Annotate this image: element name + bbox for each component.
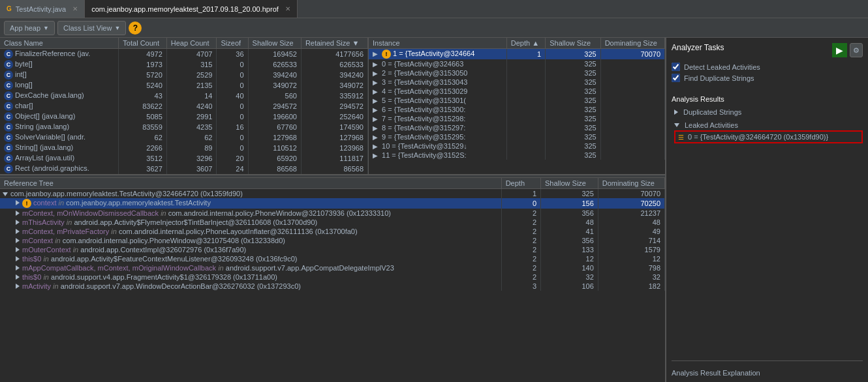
col-heap-count[interactable]: Heap Count — [166, 38, 217, 49]
instance-expand-icon: ▶ — [373, 125, 378, 132]
ref-dom: 21237 — [598, 209, 664, 218]
shallow-size: 294572 — [248, 101, 301, 111]
result-group-leaked-header[interactable]: Leaked Activities — [672, 120, 863, 130]
tab-java[interactable]: G TestActivity.java ✕ — [0, 0, 85, 18]
class-row[interactable]: CArrayList (java.util) 3512 3296 20 6592… — [0, 153, 368, 164]
tab-java-close[interactable]: ✕ — [72, 5, 78, 12]
col-retained-size[interactable]: Retained Size ▼ — [301, 38, 367, 49]
reference-tree[interactable]: Reference Tree Depth Shallow Size Domina… — [0, 178, 665, 382]
class-row[interactable]: Cchar[] 83622 4240 0 294572 294572 — [0, 101, 368, 111]
instance-row[interactable]: ▶ 6 = {TestActivity@315300: 325 — [369, 105, 665, 114]
ref-shallow: 356 — [541, 209, 598, 218]
class-row[interactable]: Cint[] 5720 2529 0 394240 394240 — [0, 70, 368, 80]
help-button[interactable]: ? — [129, 22, 142, 35]
ref-dom: 1579 — [598, 245, 664, 254]
ref-row[interactable]: mThisActivity in android.app.Activity$Fl… — [0, 218, 665, 227]
col-depth[interactable]: Depth ▲ — [506, 38, 545, 49]
ref-row[interactable]: mAppCompatCallback, mContext, mOriginalW… — [0, 263, 665, 272]
ref-class-ref: android.app.Activity$FlymeInjector$TintB… — [74, 218, 317, 226]
instance-row[interactable]: ▶ 10 = {TestActivity@31529↓ 325 — [369, 141, 665, 151]
ref-shallow: 41 — [541, 227, 598, 236]
run-analyzer-button[interactable]: ▶ — [832, 43, 847, 57]
class-row[interactable]: Cbyte[] 1973 315 0 626533 626533 — [0, 59, 368, 70]
ref-row[interactable]: com.jeanboy.app.memoryleaktest.TestActiv… — [0, 189, 665, 199]
analysis-results-title: Analysis Results — [672, 95, 863, 103]
instance-row[interactable]: ▶ 9 = {TestActivity@315295: 325 — [369, 132, 665, 141]
tab-hprof[interactable]: com.jeanboy.app.memoryleaktest_2017.09.1… — [85, 0, 298, 18]
col-ref-dom[interactable]: Dominating Size — [598, 178, 664, 189]
ref-row[interactable]: mOuterContext in android.app.ContextImpl… — [0, 245, 665, 254]
col-instance-shallow[interactable]: Shallow Size — [546, 38, 600, 49]
ref-row[interactable]: mActivity in android.support.v7.app.Wind… — [0, 282, 665, 291]
retained-size: 294572 — [301, 101, 367, 111]
ref-dom: 714 — [598, 236, 664, 245]
col-total-count[interactable]: Total Count — [119, 38, 166, 49]
col-dom-size[interactable]: Dominating Size — [600, 38, 664, 49]
col-sizeof[interactable]: Sizeof — [217, 38, 248, 49]
ref-row[interactable]: this$0 in android.app.Activity$FeatureCo… — [0, 254, 665, 263]
class-row[interactable]: CRect (android.graphics. 3627 3607 24 86… — [0, 164, 368, 174]
instance-section[interactable]: Instance Depth ▲ Shallow Size Dominating… — [369, 38, 665, 174]
instance-row[interactable]: ▶ 4 = {TestActivity@3153029 325 — [369, 87, 665, 96]
app-heap-button[interactable]: App heap ▼ — [4, 21, 55, 35]
leaked-activity-item[interactable]: ☰ 0 = {TestActivity@324664720 (0x1359fd9… — [674, 130, 863, 143]
instance-row[interactable]: ▶ 3 = {TestActivity@3153043 325 — [369, 78, 665, 87]
class-list-view-label: Class List View — [63, 24, 112, 32]
ref-row[interactable]: this$0 in android.support.v4.app.Fragmen… — [0, 272, 665, 282]
ref-name-cell: com.jeanboy.app.memoryleaktest.TestActiv… — [0, 189, 501, 199]
ref-class-ref: android.support.v7.app.WindowDecorAction… — [61, 282, 301, 290]
instance-shallow: 325 — [546, 68, 600, 78]
total-count: 4972 — [119, 49, 166, 60]
tab-hprof-close[interactable]: ✕ — [285, 5, 290, 12]
ref-in-kw: in — [161, 209, 166, 217]
col-class-name[interactable]: Class Name — [0, 38, 119, 49]
instance-row[interactable]: ▶ 8 = {TestActivity@315297: 325 — [369, 123, 665, 132]
class-name: CArrayList (java.util) — [0, 153, 119, 164]
class-row[interactable]: CObject[] (java.lang) 5085 2991 0 196600… — [0, 111, 368, 122]
col-shallow-size[interactable]: Shallow Size — [248, 38, 301, 49]
instance-row[interactable]: ▶ !1 = {TestActivity@324664 1 325 70070 — [369, 49, 665, 60]
col-ref-tree[interactable]: Reference Tree — [0, 178, 501, 189]
ref-field: mContext — [22, 237, 53, 244]
instance-name: ▶ !1 = {TestActivity@324664 — [369, 49, 506, 60]
find-dup-strings-checkbox[interactable] — [672, 74, 680, 82]
class-row[interactable]: CSolverVariable[] (andr. 62 62 0 127968 … — [0, 132, 368, 143]
ref-shallow: 106 — [541, 282, 598, 291]
class-row[interactable]: Clong[] 5240 2135 0 349072 349072 — [0, 80, 368, 91]
instance-depth — [506, 114, 545, 123]
analyzer-settings-button[interactable]: ⚙ — [850, 43, 863, 57]
ref-row[interactable]: !context in com.jeanboy.app.memoryleakte… — [0, 198, 665, 209]
col-ref-shallow[interactable]: Shallow Size — [541, 178, 598, 189]
instance-row[interactable]: ▶ 5 = {TestActivity@315301( 325 — [369, 96, 665, 105]
instance-depth — [506, 87, 545, 96]
detect-leaked-checkbox[interactable] — [672, 63, 680, 71]
class-name: Cchar[] — [0, 101, 119, 111]
result-group-dup-header[interactable]: Duplicated Strings — [672, 107, 863, 117]
ref-name-cell: !context in com.jeanboy.app.memoryleakte… — [0, 198, 501, 209]
ref-row[interactable]: mContext in com.android.internal.policy.… — [0, 236, 665, 245]
class-list-view-button[interactable]: Class List View ▼ — [57, 21, 126, 35]
java-icon: G — [7, 5, 12, 12]
instance-dom — [600, 141, 664, 151]
ref-row[interactable]: mContext, mOnWindowDismissedCallback in … — [0, 209, 665, 218]
class-row[interactable]: CFinalizerReference (jav. 4972 4707 36 1… — [0, 49, 368, 60]
class-row[interactable]: CString[] (java.lang) 2266 89 0 110512 1… — [0, 143, 368, 153]
tab-bar: G TestActivity.java ✕ com.jeanboy.app.me… — [0, 0, 868, 18]
class-row[interactable]: CDexCache (java.lang) 43 14 40 560 33591… — [0, 91, 368, 101]
ref-depth: 2 — [501, 209, 540, 218]
instance-row[interactable]: ▶ 2 = {TestActivity@3153050 325 — [369, 68, 665, 78]
instance-row[interactable]: ▶ 7 = {TestActivity@315298: 325 — [369, 114, 665, 123]
instance-row[interactable]: ▶ 0 = {TestActivity@324663 325 — [369, 59, 665, 68]
shallow-size: 560 — [248, 91, 301, 101]
instance-name: ▶ 10 = {TestActivity@31529↓ — [369, 141, 506, 151]
sizeof: 20 — [217, 153, 248, 164]
instance-expand-icon: ▶ — [373, 70, 378, 77]
col-ref-depth[interactable]: Depth — [501, 178, 540, 189]
class-section[interactable]: Class Name Total Count Heap Count Sizeof… — [0, 38, 369, 174]
class-row[interactable]: CString (java.lang) 83559 4235 16 67760 … — [0, 122, 368, 132]
find-dup-strings-checkbox-row: Find Duplicate Strings — [672, 74, 863, 82]
instance-expand-icon: ▶ — [373, 152, 378, 159]
col-instance[interactable]: Instance — [369, 38, 506, 49]
instance-row[interactable]: ▶ 11 = {TestActivity@3152S: 325 — [369, 151, 665, 160]
ref-row[interactable]: mContext, mPrivateFactory in com.android… — [0, 227, 665, 236]
